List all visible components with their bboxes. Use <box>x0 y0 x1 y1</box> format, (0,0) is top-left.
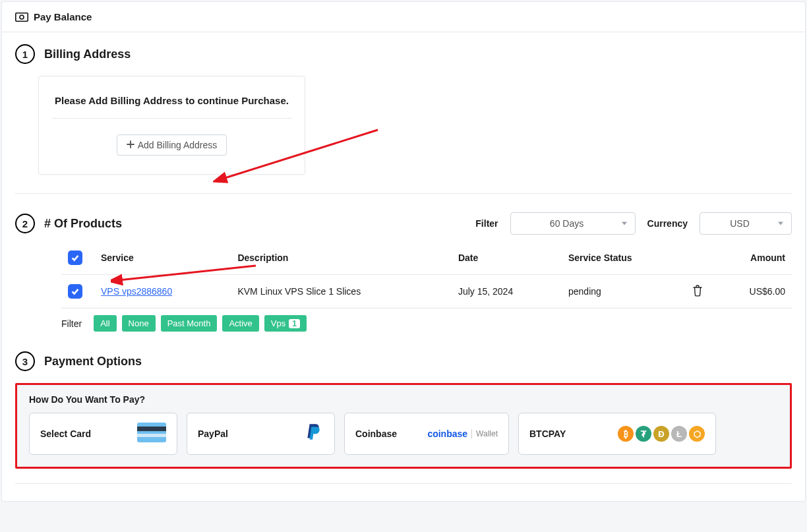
row-date: July 15, 2024 <box>452 275 562 309</box>
payment-section: How Do You Want To Pay? Select Card PayP… <box>15 383 792 469</box>
pay-option-coinbase[interactable]: Coinbase coinbase Wallet <box>344 413 509 455</box>
crypto-icons: ₿ ₮ Ð Ł ⬡ <box>618 426 705 442</box>
filter-pills: Filter All None Past Month Active Vps 1 <box>61 315 792 332</box>
money-icon <box>15 13 28 22</box>
row-amount: US$6.00 <box>712 275 792 309</box>
pill-vps-badge: 1 <box>289 319 300 328</box>
pill-all[interactable]: All <box>94 315 116 332</box>
pay-option-label: Coinbase <box>355 429 397 439</box>
pill-none[interactable]: None <box>122 315 156 332</box>
currency-label: Currency <box>647 218 688 229</box>
payment-title: How Do You Want To Pay? <box>29 394 778 405</box>
filter-label: Filter <box>475 218 498 229</box>
billing-prompt: Please Add Billing Address to continue P… <box>52 95 291 119</box>
svg-rect-0 <box>16 13 28 20</box>
currency-select[interactable]: USD <box>700 212 792 235</box>
row-description: KVM Linux VPS Slice 1 Slices <box>231 275 451 309</box>
step-3-header: 3 Payment Options <box>15 351 792 371</box>
pill-vps[interactable]: Vps 1 <box>264 315 307 332</box>
page-title: Pay Balance <box>34 11 92 22</box>
svg-rect-4 <box>137 423 166 442</box>
col-amount: Amount <box>712 241 792 275</box>
pills-label: Filter <box>61 318 82 329</box>
row-status: pending <box>562 275 686 309</box>
crypto-icon: ⬡ <box>689 426 705 442</box>
svg-rect-5 <box>137 427 166 431</box>
step-number: 2 <box>15 214 35 233</box>
pay-option-label: Select Card <box>40 429 91 439</box>
service-link[interactable]: VPS vps2886860 <box>101 286 172 297</box>
step-number: 1 <box>15 44 35 64</box>
pill-past-month[interactable]: Past Month <box>161 315 218 332</box>
pay-option-label: PayPal <box>198 429 228 439</box>
page-header: Pay Balance <box>2 2 805 32</box>
plus-icon <box>127 140 134 150</box>
select-all-checkbox[interactable] <box>68 251 82 265</box>
dogecoin-icon: Ð <box>653 426 669 442</box>
col-description: Description <box>231 241 451 275</box>
pay-balance-card: Pay Balance 1 Billing Address Please Add… <box>1 1 806 502</box>
step-title: Billing Address <box>44 47 131 61</box>
col-date: Date <box>452 241 562 275</box>
svg-rect-6 <box>137 434 166 437</box>
step-1-header: 1 Billing Address <box>15 44 792 64</box>
pay-option-btcpay[interactable]: BTCPAY ₿ ₮ Ð Ł ⬡ <box>518 413 716 455</box>
pay-option-label: BTCPAY <box>529 429 566 439</box>
billing-card: Please Add Billing Address to continue P… <box>38 76 305 175</box>
filter-days-select[interactable]: 60 Days <box>510 212 636 235</box>
add-billing-label: Add Billing Address <box>138 140 218 150</box>
paypal-icon <box>304 423 324 445</box>
payment-options-box: How Do You Want To Pay? Select Card PayP… <box>15 383 792 469</box>
litecoin-icon: Ł <box>671 426 687 442</box>
pay-option-card[interactable]: Select Card <box>29 413 177 455</box>
pill-active[interactable]: Active <box>222 315 258 332</box>
step-title: Payment Options <box>44 355 142 369</box>
add-billing-address-button[interactable]: Add Billing Address <box>117 134 227 156</box>
tether-icon: ₮ <box>636 426 651 442</box>
col-status: Service Status <box>562 241 686 275</box>
bitcoin-icon: ₿ <box>618 426 634 442</box>
currency-value: USD <box>730 218 750 229</box>
filter-days-value: 60 Days <box>550 218 583 229</box>
coinbase-wallet-icon: coinbase Wallet <box>427 429 498 439</box>
step-title: # Of Products <box>44 217 122 231</box>
svg-point-1 <box>20 15 24 19</box>
credit-card-icon <box>137 423 166 445</box>
col-service: Service <box>94 241 231 275</box>
products-table: Service Description Date Service Status … <box>61 241 792 309</box>
pay-option-paypal[interactable]: PayPal <box>187 413 335 455</box>
row-checkbox[interactable] <box>68 284 82 299</box>
table-row: VPS vps2886860 KVM Linux VPS Slice 1 Sli… <box>61 275 792 309</box>
step-number: 3 <box>15 351 35 371</box>
step-2-row: 2 # Of Products Filter 60 Days Currency … <box>15 212 792 235</box>
trash-icon[interactable] <box>692 288 703 299</box>
